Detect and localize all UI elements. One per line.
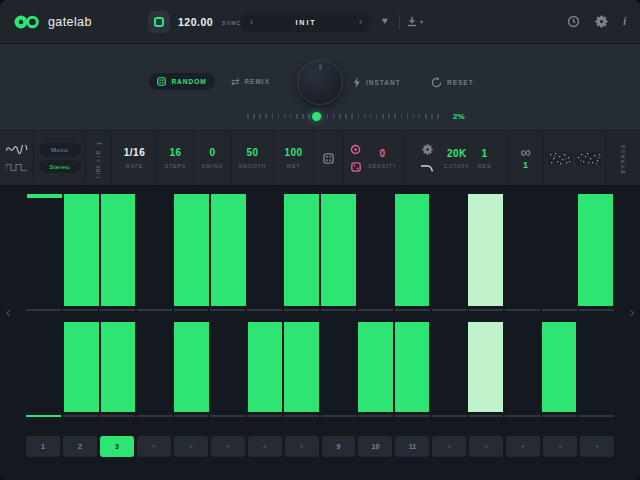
pattern-slot-4[interactable]: + bbox=[137, 436, 171, 457]
density-power-icon[interactable] bbox=[350, 144, 361, 155]
lane1-step-10[interactable] bbox=[357, 194, 394, 306]
pattern-slot-14[interactable]: + bbox=[506, 436, 540, 457]
lane2-step-6[interactable] bbox=[210, 322, 247, 412]
ruler-segment bbox=[321, 415, 356, 417]
resonance-value[interactable]: 1 bbox=[482, 148, 488, 159]
stereo-button[interactable]: Stereo bbox=[39, 160, 81, 173]
lane1-step-5[interactable] bbox=[173, 194, 210, 306]
param-value[interactable]: 16 bbox=[169, 147, 181, 158]
page-next-button[interactable]: › bbox=[626, 304, 638, 320]
pattern-slot-9[interactable]: 9 bbox=[322, 436, 356, 457]
infinite-mode-toggle[interactable]: ∞ 1 bbox=[508, 131, 544, 185]
lane2-step-2[interactable] bbox=[63, 322, 100, 412]
param-smooth[interactable]: 50SMOOTH bbox=[232, 131, 274, 185]
pattern-slot-6[interactable]: + bbox=[211, 436, 245, 457]
lane1-step-8[interactable] bbox=[283, 194, 320, 306]
param-swing[interactable]: 0SWING bbox=[194, 131, 232, 185]
lane1-step-4[interactable] bbox=[136, 194, 173, 306]
lane2-step-4[interactable] bbox=[136, 322, 173, 412]
lane1-step-9[interactable] bbox=[320, 194, 357, 306]
filter-curve-icon[interactable] bbox=[420, 163, 436, 173]
pattern-slot-8[interactable]: + bbox=[285, 436, 319, 457]
lane2-step-10[interactable] bbox=[357, 322, 394, 412]
param-steps[interactable]: 16STEPS bbox=[158, 131, 194, 185]
clock-icon[interactable] bbox=[567, 15, 580, 28]
lane1-step-14[interactable] bbox=[504, 194, 541, 306]
ruler-segment bbox=[284, 309, 319, 311]
lane1-step-1[interactable] bbox=[26, 194, 63, 306]
density-dice-icon[interactable] bbox=[351, 162, 361, 172]
param-wet[interactable]: 100WET bbox=[274, 131, 314, 185]
lane1-step-12[interactable] bbox=[430, 194, 467, 306]
wave-square-icon[interactable] bbox=[6, 163, 28, 172]
preset-name[interactable]: INIT bbox=[295, 19, 316, 26]
param-rate[interactable]: 1/16RATE bbox=[112, 131, 158, 185]
random-amount-slider[interactable] bbox=[247, 111, 439, 121]
tempo-display[interactable]: 120.00 bbox=[178, 16, 213, 28]
filter-gear-icon[interactable] bbox=[422, 144, 433, 155]
infinity-value[interactable]: 1 bbox=[523, 160, 528, 170]
remix-button[interactable]: ⇄ REMIX bbox=[231, 77, 270, 86]
lane2-step-11[interactable] bbox=[394, 322, 431, 412]
pattern-preview-a[interactable] bbox=[548, 152, 572, 165]
param-value[interactable]: 50 bbox=[246, 147, 258, 158]
sync-toggle[interactable]: SYNC bbox=[222, 20, 241, 26]
lane1-step-2[interactable] bbox=[63, 194, 100, 306]
lane1-step-6[interactable] bbox=[210, 194, 247, 306]
lane2-step-3[interactable] bbox=[100, 322, 137, 412]
lane2-step-12[interactable] bbox=[430, 322, 467, 412]
lane2-step-13[interactable] bbox=[467, 322, 504, 412]
lane1-step-3[interactable] bbox=[100, 194, 137, 306]
reset-button[interactable]: RESET bbox=[431, 77, 474, 88]
random-button[interactable]: RANDOM bbox=[149, 73, 215, 90]
pattern-slot-3[interactable]: 3 bbox=[100, 436, 134, 457]
slider-thumb[interactable] bbox=[312, 112, 321, 121]
header-icons: i bbox=[567, 15, 626, 28]
lane2-step-8[interactable] bbox=[283, 322, 320, 412]
pattern-slot-11[interactable]: 11 bbox=[395, 436, 429, 457]
lane2-step-16[interactable] bbox=[577, 322, 614, 412]
lane1-step-13[interactable] bbox=[467, 194, 504, 306]
randomize-steps-button[interactable] bbox=[314, 131, 344, 185]
lane2-step-15[interactable] bbox=[541, 322, 578, 412]
play-stop-button[interactable] bbox=[148, 11, 170, 33]
pattern-slot-7[interactable]: + bbox=[248, 436, 282, 457]
lane2-step-1[interactable] bbox=[26, 322, 63, 412]
gear-icon[interactable] bbox=[595, 15, 608, 28]
lane1-step-16[interactable] bbox=[577, 194, 614, 306]
preset-next-button[interactable]: › bbox=[359, 18, 362, 27]
pattern-preview-b[interactable] bbox=[577, 152, 601, 165]
param-value[interactable]: 1/16 bbox=[124, 147, 145, 158]
pattern-slot-12[interactable]: + bbox=[432, 436, 466, 457]
pattern-slot-15[interactable]: + bbox=[543, 436, 577, 457]
preset-prev-button[interactable]: ‹ bbox=[250, 18, 253, 27]
lane1-step-11[interactable] bbox=[394, 194, 431, 306]
pattern-slot-1[interactable]: 1 bbox=[26, 436, 60, 457]
lane2-step-9[interactable] bbox=[320, 322, 357, 412]
pattern-slot-10[interactable]: 10 bbox=[358, 436, 392, 457]
page-prev-button[interactable]: ‹ bbox=[2, 304, 14, 320]
pattern-slot-13[interactable]: + bbox=[469, 436, 503, 457]
cutoff-value[interactable]: 20K bbox=[447, 148, 467, 159]
main-knob[interactable] bbox=[297, 59, 343, 105]
ruler-segment bbox=[469, 309, 504, 311]
lane1-step-15[interactable] bbox=[541, 194, 578, 306]
pattern-slot-16[interactable]: + bbox=[580, 436, 614, 457]
mono-button[interactable]: Mono bbox=[39, 143, 81, 156]
bypass-toggle[interactable]: BYPASS bbox=[606, 131, 640, 185]
save-preset-button[interactable]: ▾ bbox=[407, 16, 423, 27]
lane2-step-5[interactable] bbox=[173, 322, 210, 412]
pattern-slot-5[interactable]: + bbox=[174, 436, 208, 457]
lane2-step-7[interactable] bbox=[247, 322, 284, 412]
density-value[interactable]: 0 bbox=[379, 148, 385, 159]
param-value[interactable]: 100 bbox=[284, 147, 302, 158]
pattern-slot-2[interactable]: 2 bbox=[63, 436, 97, 457]
lane2-step-14[interactable] bbox=[504, 322, 541, 412]
instant-toggle[interactable]: INSTANT bbox=[353, 77, 401, 88]
info-icon[interactable]: i bbox=[623, 16, 626, 27]
param-value[interactable]: 0 bbox=[209, 147, 215, 158]
wave-random-icon[interactable] bbox=[6, 145, 28, 154]
lane1-step-7[interactable] bbox=[247, 194, 284, 306]
link-channels-toggle[interactable]: → LINK L+R bbox=[86, 131, 112, 185]
favorite-heart-icon[interactable]: ♥ bbox=[382, 15, 388, 26]
